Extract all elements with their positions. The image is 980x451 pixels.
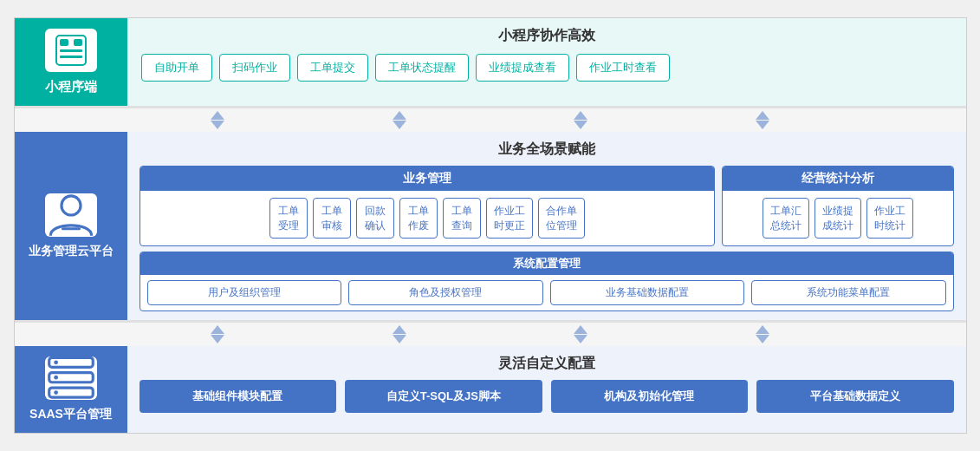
biz-item-3[interactable]: 工单 作废 xyxy=(399,198,438,239)
mini-right-panel: 小程序协作高效 自助开单 扫码作业 工单提交 工单状态提醒 业绩提成查看 作业工… xyxy=(127,18,966,106)
saas-icon-box xyxy=(45,356,97,400)
svg-rect-2 xyxy=(74,39,82,46)
saas-right-panel: 灵活自定义配置 基础组件模块配置 自定义T-SQL及JS脚本 机构及初始化管理 … xyxy=(127,346,966,433)
svg-point-10 xyxy=(54,361,58,365)
biz-item-4[interactable]: 工单 查询 xyxy=(443,198,481,239)
biz-inner-row: 业务管理 工单 受理 工单 审核 回款 确认 xyxy=(140,166,954,247)
saas-server-icon xyxy=(45,352,97,404)
sys-config-item-3[interactable]: 系统功能菜单配置 xyxy=(751,280,946,305)
biz-stat-title: 经营统计分析 xyxy=(723,167,952,191)
arrow-down-4 xyxy=(756,121,769,129)
mini-section: 小程序端 小程序协作高效 自助开单 扫码作业 工单提交 工单状态提醒 业绩提成查… xyxy=(15,18,966,108)
arrow-down-b4 xyxy=(756,335,769,343)
arrow-down-b2 xyxy=(393,335,406,343)
svg-rect-3 xyxy=(60,49,82,52)
sys-config-items: 用户及组织管理 角色及授权管理 业务基础数据配置 系统功能菜单配置 xyxy=(140,275,953,310)
stat-item-1[interactable]: 业绩提 成统计 xyxy=(815,198,861,239)
arrow-up-1 xyxy=(211,111,224,120)
arrow-up-2 xyxy=(393,111,406,120)
sys-config-section: 系统配置管理 用户及组织管理 角色及授权管理 业务基础数据配置 系统功能菜单配置 xyxy=(140,252,954,311)
saas-section: SAAS平台管理 灵活自定义配置 基础组件模块配置 自定义T-SQL及JS脚本 … xyxy=(15,346,966,433)
biz-mgmt-box: 业务管理 工单 受理 工单 审核 回款 确认 xyxy=(140,166,716,247)
mini-btn-0[interactable]: 自助开单 xyxy=(141,54,212,82)
svg-point-12 xyxy=(54,391,58,395)
mini-btn-5[interactable]: 作业工时查看 xyxy=(576,54,670,82)
arrow-down-b1 xyxy=(211,335,224,343)
arrow-up-b1 xyxy=(211,325,224,334)
mini-left-panel: 小程序端 xyxy=(15,18,127,106)
arrow-4 xyxy=(756,111,769,129)
stat-item-2[interactable]: 作业工 时统计 xyxy=(866,198,913,239)
arrow-up-b2 xyxy=(393,325,406,334)
svg-rect-4 xyxy=(60,56,82,58)
mini-section-title: 小程序协作高效 xyxy=(141,27,952,45)
mini-btn-4[interactable]: 业绩提成查看 xyxy=(476,54,569,82)
biz-item-1[interactable]: 工单 审核 xyxy=(313,198,351,239)
arrows-top xyxy=(15,108,966,132)
mini-program-icon xyxy=(55,34,88,67)
biz-left-panel: 业务管理云平台 xyxy=(15,132,127,321)
mini-btn-3[interactable]: 工单状态提醒 xyxy=(375,54,469,82)
svg-point-5 xyxy=(61,195,80,214)
arrow-down-3 xyxy=(574,121,587,129)
mini-panel-label: 小程序端 xyxy=(45,79,97,95)
mini-icon-box xyxy=(45,29,97,72)
biz-item-6[interactable]: 合作单 位管理 xyxy=(538,198,585,239)
mini-buttons-row: 自助开单 扫码作业 工单提交 工单状态提醒 业绩提成查看 作业工时查看 xyxy=(141,54,952,82)
arrow-b4 xyxy=(756,325,769,343)
saas-left-panel: SAAS平台管理 xyxy=(15,346,127,433)
arrow-down-1 xyxy=(211,121,224,129)
biz-right-panel: 业务全场景赋能 业务管理 工单 受理 工单 审核 xyxy=(127,132,966,321)
arrow-up-4 xyxy=(756,111,769,120)
arrow-down-b3 xyxy=(574,335,587,343)
arrow-down-2 xyxy=(393,121,406,129)
mini-btn-2[interactable]: 工单提交 xyxy=(297,54,368,82)
saas-buttons-row: 基础组件模块配置 自定义T-SQL及JS脚本 机构及初始化管理 平台基础数据定义 xyxy=(140,380,954,413)
saas-btn-3[interactable]: 平台基础数据定义 xyxy=(756,380,954,413)
stat-item-0[interactable]: 工单汇 总统计 xyxy=(763,198,809,239)
biz-section-title: 业务全场景赋能 xyxy=(140,141,954,159)
arrow-b1 xyxy=(211,325,224,343)
saas-btn-0[interactable]: 基础组件模块配置 xyxy=(140,380,337,413)
arrows-bottom xyxy=(15,323,966,346)
arrow-2 xyxy=(393,111,406,129)
sys-config-title: 系统配置管理 xyxy=(140,252,953,275)
sys-config-item-1[interactable]: 角色及授权管理 xyxy=(348,280,543,305)
svg-rect-1 xyxy=(60,39,68,46)
svg-point-11 xyxy=(54,376,58,380)
saas-panel-label: SAAS平台管理 xyxy=(29,407,112,422)
biz-item-0[interactable]: 工单 受理 xyxy=(269,198,308,239)
biz-stat-box: 经营统计分析 工单汇 总统计 业绩提 成统计 作业工 时统计 xyxy=(722,166,953,247)
saas-btn-2[interactable]: 机构及初始化管理 xyxy=(551,380,749,413)
biz-panel-label: 业务管理云平台 xyxy=(29,244,114,259)
biz-mgmt-items: 工单 受理 工单 审核 回款 确认 工单 作废 xyxy=(140,191,715,246)
arrow-b3 xyxy=(574,325,587,343)
arrow-b2 xyxy=(393,325,406,343)
biz-person-icon xyxy=(45,189,97,241)
biz-mgmt-title: 业务管理 xyxy=(140,167,715,191)
biz-item-5[interactable]: 作业工 时更正 xyxy=(486,198,533,239)
saas-section-title: 灵活自定义配置 xyxy=(140,355,954,373)
biz-icon-box xyxy=(45,193,97,237)
svg-rect-6 xyxy=(61,227,80,230)
sys-config-item-0[interactable]: 用户及组织管理 xyxy=(147,280,342,305)
sys-config-item-2[interactable]: 业务基础数据配置 xyxy=(550,280,745,305)
mini-btn-1[interactable]: 扫码作业 xyxy=(219,54,290,82)
arrow-1 xyxy=(211,111,224,129)
main-container: 小程序端 小程序协作高效 自助开单 扫码作业 工单提交 工单状态提醒 业绩提成查… xyxy=(14,17,967,435)
arrow-3 xyxy=(574,111,587,129)
arrow-up-3 xyxy=(574,111,587,120)
biz-section: 业务管理云平台 业务全场景赋能 业务管理 工单 受理 工单 审核 xyxy=(15,132,966,324)
arrow-up-b4 xyxy=(756,325,769,334)
arrow-up-b3 xyxy=(574,325,587,334)
biz-stat-items: 工单汇 总统计 业绩提 成统计 作业工 时统计 xyxy=(723,191,952,246)
saas-btn-1[interactable]: 自定义T-SQL及JS脚本 xyxy=(345,380,542,413)
biz-item-2[interactable]: 回款 确认 xyxy=(356,198,394,239)
